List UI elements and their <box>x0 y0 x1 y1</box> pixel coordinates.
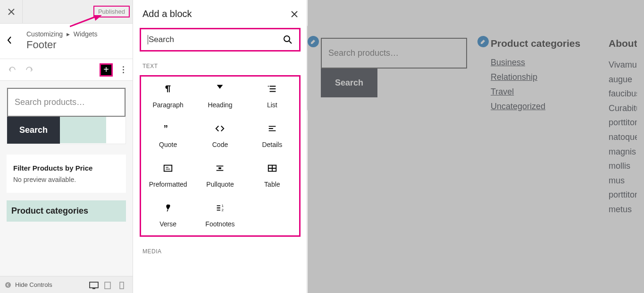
search-input[interactable]: Search products… <box>7 88 125 117</box>
block-option-details[interactable]: Details <box>247 122 297 148</box>
preview-overlay <box>308 0 644 293</box>
block-option-paragraph[interactable]: Paragraph <box>143 82 193 109</box>
block-option-table[interactable]: Table <box>247 162 297 188</box>
search-button[interactable]: Search <box>7 117 60 144</box>
svg-rect-8 <box>164 165 172 172</box>
undo-icon[interactable] <box>8 67 17 73</box>
quote-icon: ” <box>143 122 193 135</box>
verse-icon <box>143 201 193 215</box>
close-inserter-button[interactable] <box>291 11 298 17</box>
section-text: TEXT <box>133 52 307 71</box>
redo-icon[interactable] <box>25 67 34 73</box>
breadcrumb-leaf: Widgets <box>74 30 98 38</box>
filter-msg: No preview available. <box>13 176 119 183</box>
more-options-button[interactable] <box>117 66 130 73</box>
filter-widget[interactable]: Filter Products by Price No preview avai… <box>7 155 126 193</box>
block-label: Heading <box>195 101 245 109</box>
svg-rect-4 <box>120 282 124 289</box>
table-icon <box>247 162 297 175</box>
mobile-icon[interactable] <box>119 282 128 288</box>
block-option-quote[interactable]: ”Quote <box>143 122 193 148</box>
heading-icon <box>195 82 245 95</box>
breadcrumb-sep: ▸ <box>67 30 70 38</box>
tablet-icon[interactable] <box>104 282 113 288</box>
collapse-icon[interactable] <box>5 282 11 288</box>
search-placeholder-text: Search <box>148 35 174 44</box>
block-label: Code <box>195 141 245 148</box>
search-widget[interactable]: Search products… Search <box>7 87 126 144</box>
block-label: Quote <box>143 141 193 148</box>
block-label: Paragraph <box>143 101 193 109</box>
desktop-icon[interactable] <box>89 282 98 288</box>
code-icon <box>195 122 245 135</box>
block-spacer <box>60 117 106 143</box>
search-icon <box>283 35 293 44</box>
product-categories-widget[interactable]: Product categories <box>7 200 126 222</box>
details-icon <box>247 122 297 135</box>
svg-rect-1 <box>90 282 98 288</box>
section-media: MEDIA <box>133 237 307 257</box>
filter-title: Filter Products by Price <box>13 164 119 172</box>
block-label: Footnotes <box>195 220 245 228</box>
svg-text:2: 2 <box>222 208 224 212</box>
page-title: Footer <box>0 39 133 59</box>
block-option-pullquote[interactable]: Pullquote <box>195 162 245 188</box>
svg-text:1: 1 <box>222 204 224 208</box>
block-option-verse[interactable]: Verse <box>143 201 193 228</box>
add-block-button[interactable]: + <box>100 63 113 77</box>
svg-point-0 <box>5 282 11 288</box>
block-option-code[interactable]: Code <box>195 122 245 148</box>
svg-rect-3 <box>105 282 110 289</box>
breadcrumb: Customizing ▸ Widgets <box>0 24 133 39</box>
pullquote-icon <box>195 162 245 175</box>
svg-text:”: ” <box>164 123 168 133</box>
inserter-title: Add a block <box>142 9 192 19</box>
block-option-preformatted[interactable]: Preformatted <box>143 162 193 188</box>
block-label: Pullquote <box>195 181 245 188</box>
list-icon <box>247 82 297 95</box>
block-search-input[interactable]: Search <box>140 28 301 52</box>
back-chevron-icon[interactable] <box>7 36 12 44</box>
block-option-list[interactable]: List <box>247 82 297 109</box>
svg-rect-2 <box>92 288 95 289</box>
block-label: Verse <box>143 220 193 228</box>
breadcrumb-root[interactable]: Customizing <box>26 30 63 38</box>
block-label: List <box>247 101 297 109</box>
publish-status-button[interactable]: Published <box>93 6 130 17</box>
block-label: Details <box>247 141 297 148</box>
preformatted-icon <box>143 162 193 175</box>
block-option-footnotes[interactable]: 12Footnotes <box>195 201 245 228</box>
close-customizer-button[interactable] <box>0 0 23 24</box>
block-option-heading[interactable]: Heading <box>195 82 245 109</box>
svg-rect-9 <box>219 167 222 169</box>
svg-point-5 <box>284 36 290 42</box>
paragraph-icon <box>143 82 193 95</box>
block-label: Preformatted <box>143 181 193 188</box>
footnotes-icon: 12 <box>195 201 245 215</box>
block-label: Table <box>247 181 297 188</box>
hide-controls-button[interactable]: Hide Controls <box>15 281 52 288</box>
pc-title: Product categories <box>11 206 121 216</box>
svg-point-6 <box>268 86 268 86</box>
